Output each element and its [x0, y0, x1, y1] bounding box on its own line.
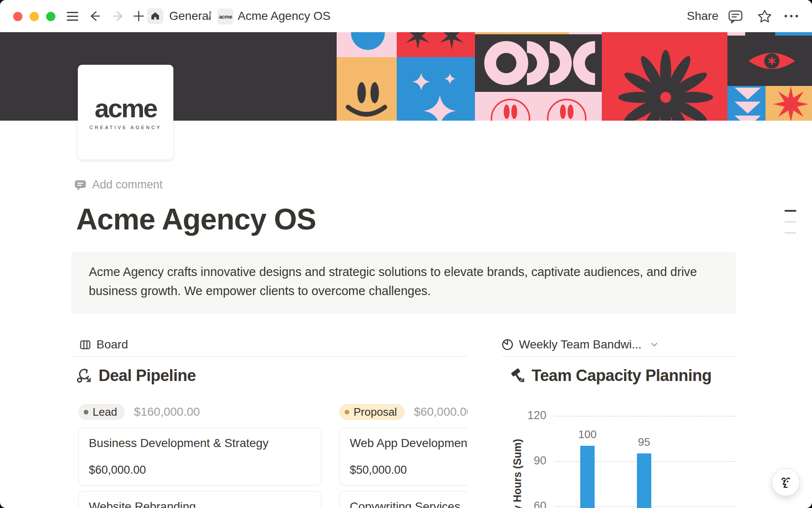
- cover-tile-leaf-stars: [397, 32, 475, 57]
- acme-wordmark: acme: [95, 95, 157, 121]
- arrow-left-icon: [88, 9, 102, 23]
- board-card[interactable]: Website Rebranding: [78, 491, 321, 508]
- forward-button[interactable]: [111, 8, 126, 24]
- tag-label: Proposal: [354, 406, 397, 419]
- tag-dot: [345, 410, 349, 414]
- cover-tile-eye: [727, 32, 812, 86]
- hammer-icon: [509, 367, 526, 384]
- outline-smiley-shapes: [475, 92, 602, 121]
- tag-dot: [84, 410, 88, 414]
- toc-line: [785, 221, 796, 223]
- board-card[interactable]: Business Development & Strategy $60,000.…: [78, 428, 321, 486]
- board-view-icon: [79, 339, 91, 351]
- card-title: Website Rebranding: [89, 500, 196, 508]
- cover-tile-pink-smileys: [475, 92, 602, 121]
- card-amount: $50,000.00: [350, 464, 407, 477]
- page-icon-badge[interactable]: acme: [217, 8, 233, 25]
- chart-bar: [580, 446, 595, 508]
- callout-block[interactable]: Acme Agency crafts innovative designs an…: [71, 251, 736, 314]
- ai-assistant-button[interactable]: [772, 468, 800, 496]
- plus-icon: [132, 9, 145, 23]
- add-comment-label: Add comment: [92, 178, 163, 191]
- cover-tile-oddc: [475, 34, 602, 92]
- page-icon-card[interactable]: acme CREATIVE AGENCY: [78, 65, 173, 160]
- page-title[interactable]: Acme Agency OS: [76, 202, 316, 236]
- comment-filled-icon: [74, 179, 87, 191]
- arrow-right-icon: [111, 9, 126, 23]
- chart-section-divider: [501, 356, 736, 357]
- toc-line: [785, 232, 796, 234]
- sparkle-shapes: [397, 57, 475, 121]
- card-amount: $60,000.00: [89, 464, 146, 477]
- starburst-shape: [765, 86, 812, 121]
- column-total: $60,000.00: [414, 405, 468, 419]
- callout-text: Acme Agency crafts innovative designs an…: [89, 265, 697, 298]
- card-title: Web App Development: [350, 436, 468, 450]
- team-capacity-heading[interactable]: Team Capacity Planning: [509, 367, 711, 385]
- cover-tile-flower: [602, 32, 727, 121]
- circle-shape: [351, 32, 385, 50]
- chevron-down-icon: [649, 340, 659, 350]
- zoom-window-button[interactable]: [46, 12, 55, 21]
- more-options-button[interactable]: [783, 13, 800, 21]
- ring-crescent-shapes: [475, 34, 602, 92]
- cover-tile-triangles: [727, 86, 765, 121]
- favorite-button[interactable]: [757, 8, 773, 26]
- eye-shape: [727, 32, 812, 86]
- minimize-window-button[interactable]: [30, 12, 39, 21]
- cover-tile-starburst: [765, 86, 812, 121]
- cover-strip-pink-2: [727, 32, 745, 36]
- ellipsis-icon: [783, 13, 800, 19]
- deal-pipeline-title: Deal Pipeline: [99, 367, 196, 385]
- card-title: Business Development & Strategy: [89, 436, 269, 450]
- comments-button[interactable]: [727, 8, 743, 26]
- board-card[interactable]: Copywriting Services: [339, 491, 468, 508]
- cover-tile-blue-circle: [337, 32, 397, 57]
- board-section-divider: [72, 356, 468, 357]
- ai-face-icon: [778, 474, 794, 490]
- chart-tick-label: 120: [513, 409, 546, 422]
- sidebar-menu-icon[interactable]: [67, 12, 78, 21]
- status-tag-lead[interactable]: Lead: [78, 404, 125, 420]
- star-icon: [757, 8, 773, 25]
- breadcrumb-root[interactable]: General: [169, 9, 211, 23]
- breadcrumb-page[interactable]: Acme Agency OS: [238, 9, 330, 23]
- chart-gridline: [554, 416, 736, 417]
- recurring-database-icon: [76, 367, 93, 384]
- chart-bar-value: 100: [568, 428, 606, 441]
- column-total: $160,000.00: [134, 405, 200, 419]
- board-tab-label: Board: [96, 338, 128, 351]
- table-of-contents-indicator[interactable]: [785, 210, 796, 243]
- leaf-star-shapes: [397, 32, 475, 57]
- triangle-shapes: [727, 86, 765, 121]
- flower-shape: [602, 32, 727, 121]
- page-icon-text: acme: [219, 14, 232, 20]
- breadcrumb-separator: /: [208, 9, 211, 23]
- team-capacity-title: Team Capacity Planning: [532, 367, 711, 385]
- chart-tab-label: Weekly Team Bandwi...: [519, 338, 642, 351]
- acme-tagline: CREATIVE AGENCY: [90, 125, 162, 130]
- home-button[interactable]: [147, 8, 163, 24]
- comment-icon: [727, 8, 743, 25]
- pie-chart-icon: [501, 338, 514, 351]
- tab-chart-view[interactable]: Weekly Team Bandwi...: [501, 338, 659, 351]
- new-tab-button[interactable]: [131, 8, 146, 24]
- chart-bar: [637, 453, 651, 508]
- board-card[interactable]: Web App Development $50,000.00: [339, 428, 468, 486]
- close-window-button[interactable]: [13, 12, 22, 21]
- chart-y-axis-label: y Hours (Sum): [511, 433, 522, 508]
- kanban-board: Lead $160,000.00 Business Development & …: [72, 401, 468, 508]
- tab-board-view[interactable]: Board: [79, 338, 128, 351]
- toc-line: [785, 210, 796, 212]
- cover-tile-smiley: [337, 57, 397, 121]
- back-button[interactable]: [87, 8, 102, 24]
- deal-pipeline-heading[interactable]: Deal Pipeline: [76, 367, 196, 385]
- add-comment-button[interactable]: Add comment: [74, 178, 163, 191]
- smiley-face-icon: [337, 57, 397, 121]
- app-window: General / acme Acme Agency OS Share: [0, 0, 812, 508]
- status-tag-proposal[interactable]: Proposal: [339, 404, 405, 420]
- tag-label: Lead: [93, 406, 117, 419]
- chart-bar-value: 95: [625, 436, 663, 449]
- share-button[interactable]: Share: [687, 9, 719, 23]
- window-titlebar: General / acme Acme Agency OS Share: [0, 0, 812, 32]
